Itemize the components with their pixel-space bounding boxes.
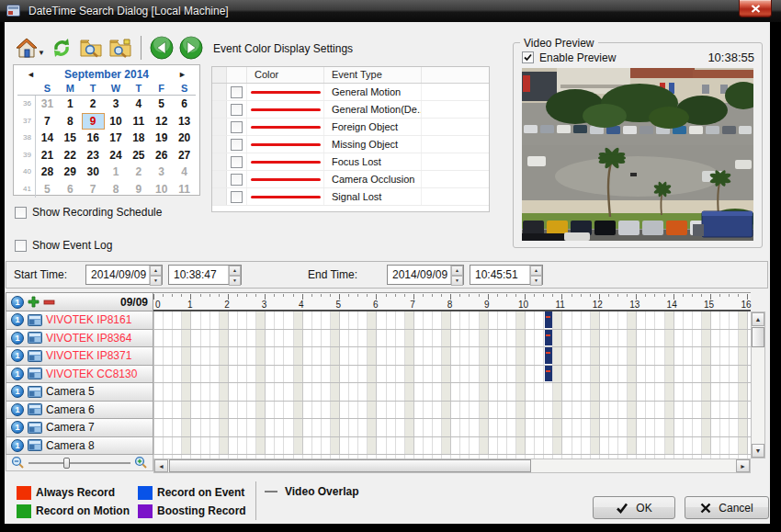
end-date-field[interactable]: 2014/09/09 ▲▼: [387, 265, 464, 285]
timeline-grid-cell[interactable]: [153, 330, 751, 348]
calendar-day[interactable]: 3: [150, 164, 173, 181]
start-time-field[interactable]: 10:38:47 ▲▼: [168, 265, 242, 285]
show-recording-schedule-checkbox[interactable]: [15, 207, 27, 219]
camera-label[interactable]: 1Camera 5: [6, 383, 153, 402]
calendar-day[interactable]: 4: [127, 96, 150, 113]
title-bar[interactable]: DateTime Search Dialog [Local Machine]: [0, 0, 781, 22]
spin-down-icon[interactable]: ▼: [530, 276, 542, 286]
calendar-month-label[interactable]: September 2014: [64, 68, 149, 81]
calendar-day[interactable]: 8: [59, 113, 82, 130]
calendar-day[interactable]: 28: [36, 164, 59, 181]
calendar-day[interactable]: 1: [105, 164, 128, 181]
calendar-day[interactable]: 21: [36, 147, 59, 164]
calendar-day[interactable]: 7: [36, 113, 59, 130]
spin-up-icon[interactable]: ▲: [150, 266, 162, 276]
camera-label[interactable]: 1VIVOTEK IP8161: [6, 311, 153, 330]
calendar-day[interactable]: 2: [127, 164, 150, 181]
spin-down-icon[interactable]: ▼: [229, 276, 241, 286]
event-checkbox[interactable]: [231, 191, 243, 203]
spin-down-icon[interactable]: ▼: [150, 276, 162, 286]
folder-event-search-button[interactable]: [106, 34, 135, 62]
show-event-log-checkbox[interactable]: [15, 240, 27, 252]
calendar-day[interactable]: 24: [105, 147, 128, 164]
previous-day-button[interactable]: [147, 34, 176, 62]
scroll-up-icon[interactable]: ▲: [752, 312, 764, 326]
calendar-day[interactable]: 11: [127, 113, 150, 130]
calendar-day[interactable]: 5: [36, 181, 59, 198]
calendar-day[interactable]: 14: [36, 130, 59, 147]
camera-label[interactable]: 1Camera 6: [6, 402, 153, 420]
ok-button[interactable]: OK: [593, 496, 675, 519]
calendar-day[interactable]: 22: [59, 147, 82, 164]
event-checkbox[interactable]: [231, 174, 243, 186]
event-row-selector[interactable]: [212, 153, 227, 170]
calendar-day[interactable]: 10: [105, 113, 128, 130]
spin-down-icon[interactable]: ▼: [451, 276, 463, 286]
calendar-day[interactable]: 31: [36, 96, 59, 113]
event-checkbox[interactable]: [231, 156, 243, 168]
calendar-day[interactable]: 9: [82, 113, 105, 130]
spin-up-icon[interactable]: ▲: [451, 266, 463, 276]
calendar-day[interactable]: 1: [59, 96, 82, 113]
calendar-day[interactable]: 30: [82, 164, 105, 181]
camera-label[interactable]: 1Camera 7: [6, 419, 153, 437]
calendar-day[interactable]: 9: [127, 181, 150, 198]
timeline-vertical-scrollbar[interactable]: ▲ ▼: [751, 311, 765, 458]
scroll-down-icon[interactable]: ▼: [752, 444, 764, 458]
calendar-day[interactable]: 6: [59, 181, 82, 198]
timeline-grid-cell[interactable]: [153, 419, 751, 437]
event-checkbox[interactable]: [231, 121, 243, 133]
zoom-slider-thumb[interactable]: [63, 458, 70, 469]
calendar-day[interactable]: 12: [150, 113, 173, 130]
enable-preview-checkbox[interactable]: [522, 51, 534, 63]
timeline-grid-cell[interactable]: [153, 383, 751, 402]
spin-up-icon[interactable]: ▲: [229, 266, 241, 276]
timeline-horizontal-scrollbar[interactable]: ◄ ►: [153, 458, 751, 473]
timeline-grid-cell[interactable]: [153, 437, 751, 456]
remove-camera-icon[interactable]: [43, 300, 55, 305]
calendar-day[interactable]: 18: [127, 130, 150, 147]
start-date-field[interactable]: 2014/09/09 ▲▼: [85, 265, 163, 285]
calendar-day[interactable]: 8: [105, 181, 128, 198]
home-dropdown-caret[interactable]: ▼: [38, 49, 45, 57]
end-time-field[interactable]: 10:45:51 ▲▼: [470, 265, 543, 285]
event-row-selector[interactable]: [212, 84, 227, 100]
camera-label[interactable]: 1VIVOTEK CC8130: [6, 366, 153, 384]
zoom-out-icon[interactable]: [11, 456, 25, 470]
camera-label[interactable]: 1Camera 8: [6, 437, 153, 456]
calendar-day[interactable]: 5: [150, 96, 173, 113]
calendar-day[interactable]: 13: [173, 113, 196, 130]
start-date-spinner[interactable]: ▲▼: [149, 266, 162, 284]
zoom-in-icon[interactable]: [134, 456, 148, 470]
start-time-spinner[interactable]: ▲▼: [228, 266, 241, 284]
scroll-right-icon[interactable]: ►: [736, 459, 750, 472]
calendar-day[interactable]: 3: [105, 96, 128, 113]
calendar-day[interactable]: 29: [59, 164, 82, 181]
calendar-day[interactable]: 7: [82, 181, 105, 198]
event-row-selector[interactable]: [212, 171, 227, 187]
calendar-prev-icon[interactable]: ◄: [27, 70, 35, 79]
timeline-grid-cell[interactable]: [153, 366, 751, 384]
event-row-selector[interactable]: [212, 136, 227, 153]
camera-label[interactable]: 1VIVOTEK IP8364: [6, 330, 153, 348]
zoom-slider-track[interactable]: [28, 462, 130, 464]
calendar-day[interactable]: 20: [173, 130, 196, 147]
event-checkbox[interactable]: [231, 104, 243, 116]
horizontal-scrollbar-thumb[interactable]: [169, 459, 531, 472]
close-button[interactable]: [739, 0, 772, 17]
calendar-day[interactable]: 27: [173, 147, 196, 164]
calendar-day[interactable]: 2: [82, 96, 105, 113]
calendar-day[interactable]: 25: [127, 147, 150, 164]
calendar-day[interactable]: 15: [59, 130, 82, 147]
next-day-button[interactable]: [176, 34, 206, 62]
event-checkbox[interactable]: [231, 139, 243, 151]
end-date-spinner[interactable]: ▲▼: [450, 266, 463, 284]
cancel-button[interactable]: Cancel: [685, 496, 769, 519]
spin-up-icon[interactable]: ▲: [530, 266, 542, 276]
timeline-grid-cell[interactable]: [153, 347, 751, 366]
calendar-day[interactable]: 11: [173, 181, 196, 198]
event-row-selector[interactable]: [212, 188, 227, 205]
camera-label[interactable]: 1VIVOTEK IP8371: [6, 347, 153, 366]
calendar-day[interactable]: 23: [82, 147, 105, 164]
event-checkbox[interactable]: [231, 86, 243, 98]
